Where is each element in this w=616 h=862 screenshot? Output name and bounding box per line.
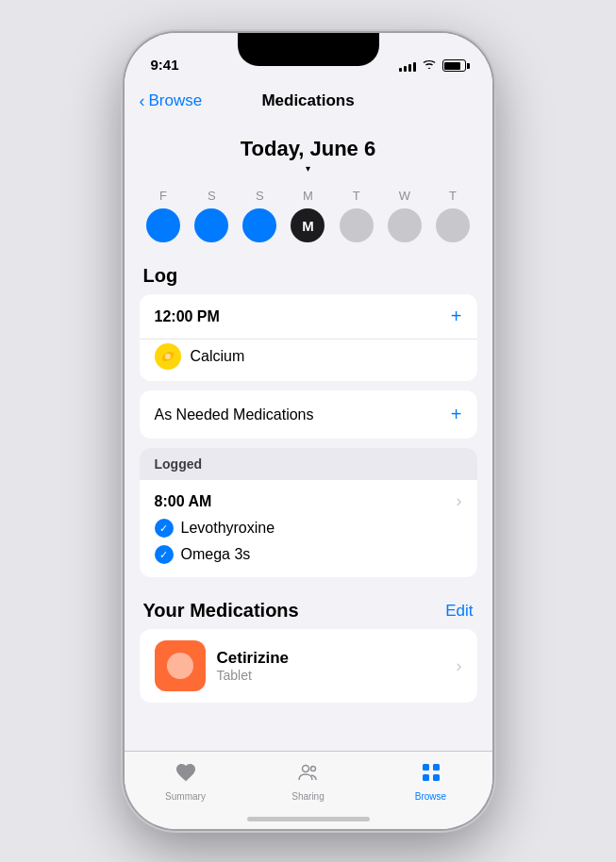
levothyroxine-row: ✓ Levothyroxine [140, 515, 477, 541]
summary-tab-label: Summary [165, 791, 206, 802]
tab-summary[interactable]: Summary [125, 761, 247, 802]
battery-icon [442, 59, 466, 72]
back-button[interactable]: ‹ Browse [140, 91, 203, 111]
add-medication-button[interactable]: + [451, 306, 462, 327]
as-needed-card: As Needed Medications + [140, 390, 477, 439]
levothyroxine-name: Levothyroxine [181, 520, 275, 537]
day-dot-6 [436, 208, 470, 242]
svg-rect-5 [423, 764, 429, 771]
day-dot-2 [242, 208, 276, 242]
omega3s-name: Omega 3s [181, 546, 251, 563]
svg-point-4 [310, 767, 315, 771]
cetirizine-chevron-icon: › [457, 656, 462, 676]
date-header: Today, June 6 ▾ [125, 122, 492, 181]
status-icons [399, 58, 466, 73]
time-slot-row: 12:00 PM + [140, 294, 477, 340]
browse-tab-label: Browse [415, 791, 446, 802]
check-icon-1: ✓ [155, 545, 174, 564]
calcium-med-row[interactable]: Calcium [140, 340, 477, 381]
log-section: Log 12:00 PM + [140, 257, 477, 577]
day-item-0[interactable]: F [140, 189, 188, 242]
calendar-week: F S S M M T [125, 181, 492, 257]
your-meds-title: Your Medications [143, 600, 299, 622]
sharing-icon [297, 761, 320, 787]
omega3s-row: ✓ Omega 3s [140, 541, 477, 577]
nav-bar: ‹ Browse Medications [125, 80, 492, 122]
day-dot-1 [194, 208, 228, 242]
day-letter-0: F [159, 189, 167, 203]
summary-icon [175, 761, 197, 787]
back-label: Browse [149, 91, 203, 110]
day-dot-4 [340, 208, 374, 242]
day-letter-5: W [399, 189, 410, 203]
signal-bars-icon [399, 60, 416, 72]
svg-rect-6 [433, 764, 440, 771]
cetirizine-type: Tablet [217, 668, 445, 683]
sharing-tab-label: Sharing [291, 791, 324, 802]
nav-title: Medications [261, 91, 354, 110]
chevron-left-icon: ‹ [140, 91, 145, 111]
cetirizine-icon [155, 640, 206, 691]
day-letter-4: T [353, 189, 360, 203]
logged-header-label: Logged [155, 456, 203, 472]
wifi-icon [422, 58, 437, 73]
day-dot-3: M [291, 208, 325, 242]
phone-frame: 9:41 ‹ Bro [125, 33, 492, 829]
your-meds-header: Your Medications Edit [140, 592, 477, 629]
scroll-content: Today, June 6 ▾ F S S M [125, 122, 492, 751]
calcium-name: Calcium [191, 348, 245, 365]
your-medications-section: Your Medications Edit Cetirizine Tablet … [140, 592, 477, 703]
time-slot-label: 12:00 PM [155, 308, 220, 325]
day-item-5[interactable]: W [380, 189, 428, 242]
home-indicator [247, 817, 370, 821]
tab-sharing[interactable]: Sharing [247, 761, 370, 802]
day-letter-6: T [449, 189, 457, 203]
logged-header: Logged [140, 448, 477, 480]
svg-rect-7 [423, 774, 429, 781]
day-letter-1: S [208, 189, 216, 203]
day-dot-0 [146, 208, 180, 242]
day-item-3[interactable]: M M [284, 189, 332, 242]
screen: 9:41 ‹ Bro [125, 33, 492, 829]
day-item-1[interactable]: S [188, 189, 236, 242]
logged-card: 8:00 AM › ✓ Levothyroxine ✓ Omega 3s [140, 480, 477, 577]
status-time: 9:41 [151, 57, 179, 73]
cetirizine-card[interactable]: Cetirizine Tablet › [140, 629, 477, 703]
chevron-right-icon: › [457, 491, 462, 511]
add-as-needed-button[interactable]: + [451, 404, 462, 425]
browse-icon [420, 761, 442, 787]
notch [238, 33, 379, 66]
day-item-4[interactable]: T [332, 189, 380, 242]
date-arrow-icon: ▾ [125, 163, 492, 174]
day-letter-2: S [256, 189, 264, 203]
calcium-icon [155, 343, 181, 370]
date-title: Today, June 6 [125, 137, 492, 161]
logged-time-row[interactable]: 8:00 AM › [140, 480, 477, 515]
day-item-2[interactable]: S [236, 189, 284, 242]
svg-point-2 [165, 354, 171, 359]
check-icon-0: ✓ [155, 519, 174, 538]
day-item-6[interactable]: T [428, 189, 476, 242]
day-letter-3: M [303, 189, 313, 203]
cetirizine-name: Cetirizine [217, 649, 445, 668]
as-needed-label: As Needed Medications [155, 406, 314, 423]
logged-time-label: 8:00 AM [155, 493, 212, 510]
log-section-header: Log [140, 257, 477, 294]
cetirizine-info: Cetirizine Tablet [217, 649, 445, 683]
day-dot-5 [388, 208, 422, 242]
edit-button[interactable]: Edit [445, 602, 473, 621]
svg-rect-8 [433, 774, 440, 781]
logged-section: Logged 8:00 AM › ✓ Levothyroxine ✓ [140, 448, 477, 577]
svg-point-3 [302, 766, 308, 772]
time-slot-card: 12:00 PM + Calcium [140, 294, 477, 381]
tab-browse[interactable]: Browse [370, 761, 492, 802]
